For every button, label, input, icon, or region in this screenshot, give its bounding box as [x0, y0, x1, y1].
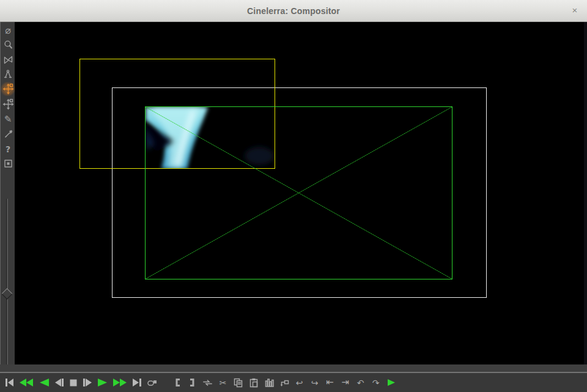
rewind-button[interactable]: [5, 379, 14, 386]
edit-controls: ✂ ↩ ↪ ⇤ ⇥ ↶ ↷: [172, 373, 396, 392]
prev-edit-icon[interactable]: ↩: [294, 379, 305, 387]
projector-tool-icon[interactable]: [1, 97, 15, 111]
canvas-zoom-slider-track[interactable]: [6, 199, 8, 375]
in-point-icon[interactable]: [172, 378, 182, 387]
keyframe-group: [147, 373, 157, 392]
frame-reverse-button[interactable]: [55, 379, 64, 386]
manual-goto-icon[interactable]: [386, 379, 396, 386]
eyedropper-icon[interactable]: [1, 127, 15, 141]
control-bar: ✂ ↩ ↪ ⇤ ⇥ ↶ ↷ x 0.32 ▼: [0, 373, 587, 392]
horizontal-scroll-band[interactable]: [0, 364, 587, 372]
end-button[interactable]: [133, 379, 142, 386]
label-flag-icon[interactable]: [279, 379, 289, 387]
to-in-point-icon[interactable]: ⇤: [325, 378, 335, 387]
keyframe-icon[interactable]: [147, 378, 157, 388]
transport-controls: [5, 373, 142, 392]
undo-icon[interactable]: ↶: [355, 379, 366, 387]
stop-button[interactable]: [70, 379, 77, 386]
camera-tool-icon[interactable]: [1, 82, 15, 96]
tool-window-icon[interactable]: [1, 157, 15, 171]
projector-frame-green[interactable]: [145, 106, 452, 279]
paste-icon[interactable]: [248, 378, 259, 388]
fast-forward-button[interactable]: [113, 379, 127, 386]
compositor-window: Cinelerra: Compositor ×: [0, 0, 587, 392]
right-scroll-strip[interactable]: [584, 22, 587, 364]
out-point-icon[interactable]: [187, 378, 198, 387]
pencil-tool-icon[interactable]: ✎: [1, 113, 15, 127]
next-edit-icon[interactable]: ↪: [309, 379, 320, 387]
reverse-play-button[interactable]: [39, 379, 50, 386]
help-icon[interactable]: ?: [1, 142, 15, 156]
to-out-point-icon[interactable]: ⇥: [340, 378, 350, 387]
cut-icon[interactable]: ✂: [218, 379, 228, 387]
mask-tool-icon[interactable]: [1, 53, 15, 67]
crop-tool-icon[interactable]: [1, 67, 15, 81]
protect-video-icon[interactable]: ⌀: [1, 23, 15, 37]
splice-icon[interactable]: [202, 379, 213, 387]
projector-cross-lines: [146, 107, 452, 279]
copy-icon[interactable]: [233, 378, 243, 388]
title-bar[interactable]: Cinelerra: Compositor ×: [0, 0, 587, 22]
play-button[interactable]: [97, 379, 108, 386]
window-title: Cinelerra: Compositor: [0, 0, 587, 22]
compositor-toolbar: ⌀ ✎: [0, 22, 15, 364]
labels-icon[interactable]: [264, 378, 274, 387]
magnify-icon[interactable]: [1, 38, 15, 52]
compositor-canvas[interactable]: [15, 22, 587, 364]
fast-reverse-button[interactable]: [20, 379, 34, 386]
close-icon[interactable]: ×: [569, 0, 581, 22]
frame-forward-button[interactable]: [83, 379, 92, 386]
redo-icon[interactable]: ↷: [371, 379, 381, 387]
canvas-zoom-slider-handle[interactable]: [1, 288, 12, 299]
